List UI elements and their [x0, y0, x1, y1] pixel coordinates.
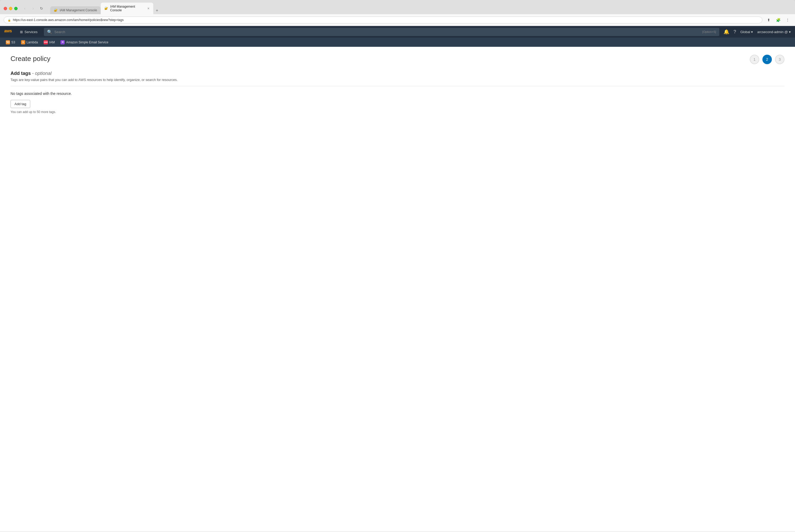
menu-button[interactable]: ⋮: [784, 16, 791, 24]
minimize-window-button[interactable]: [9, 7, 12, 10]
user-dropdown-icon: ▾: [789, 30, 791, 34]
bookmarks-bar: S3 S3 λ Lambda IAM IAM ✉ Amazon Simple E…: [0, 38, 795, 47]
region-label: Global: [740, 30, 750, 34]
tags-section: Add tags - optional Tags are key-value p…: [11, 71, 784, 114]
aws-search-bar[interactable]: 🔍 [Option+S]: [44, 28, 719, 36]
tab-favicon-1: 🔐: [54, 8, 58, 12]
bookmark-s3[interactable]: S3 S3: [4, 39, 17, 45]
traffic-lights: [4, 7, 18, 10]
tab-favicon-2: 🔐: [105, 6, 108, 10]
bell-icon[interactable]: 🔔: [723, 29, 729, 35]
tab-bar: 🔐 IAM Management Console 🔐 IAM Managemen…: [50, 3, 791, 14]
step-1: 1: [750, 55, 759, 64]
bookmark-lambda-label: Lambda: [26, 40, 38, 44]
step-3: 3: [775, 55, 784, 64]
forward-button[interactable]: ›: [30, 5, 37, 12]
address-text: https://us-east-1.console.aws.amazon.com…: [13, 18, 124, 22]
grid-icon: ⊞: [20, 30, 23, 34]
region-dropdown-icon: ▾: [751, 30, 753, 34]
bookmark-iam-label: IAM: [49, 40, 55, 44]
bookmark-s3-label: S3: [11, 40, 15, 44]
region-selector[interactable]: Global ▾: [740, 30, 753, 34]
main-content: 1 2 3 Create policy Add tags - optional …: [0, 47, 795, 531]
aws-navigation: aws ⊞ Services 🔍 [Option+S] 🔔 ? Global ▾…: [0, 26, 795, 38]
bookmark-ses[interactable]: ✉ Amazon Simple Email Service: [58, 39, 110, 45]
lock-icon: 🔒: [7, 19, 11, 22]
step-2: 2: [762, 55, 772, 64]
address-bar[interactable]: 🔒 https://us-east-1.console.aws.amazon.c…: [4, 17, 762, 23]
section-divider: [11, 86, 784, 86]
tags-limit-text: You can add up to 50 more tags.: [11, 110, 784, 114]
help-icon[interactable]: ?: [734, 29, 736, 35]
svg-text:aws: aws: [4, 28, 12, 33]
user-label: arcsecond-admin @: [757, 30, 788, 34]
bookmark-iam[interactable]: IAM IAM: [41, 39, 57, 45]
aws-nav-right: 🔔 ? Global ▾ arcsecond-admin @ ▾: [723, 29, 791, 35]
search-icon: 🔍: [47, 30, 52, 34]
step-indicator: 1 2 3: [750, 55, 784, 64]
new-tab-button[interactable]: +: [153, 7, 160, 14]
aws-logo[interactable]: aws: [4, 28, 13, 35]
close-window-button[interactable]: [4, 7, 7, 10]
section-description: Tags are key-value pairs that you can ad…: [11, 78, 784, 82]
search-shortcut: [Option+S]: [702, 30, 716, 33]
search-input[interactable]: [54, 30, 700, 34]
s3-icon: S3: [6, 40, 10, 44]
back-button[interactable]: ‹: [21, 5, 28, 12]
browser-navigation: ‹ › ↻: [21, 5, 45, 12]
browser-window: ‹ › ↻ 🔐 IAM Management Console 🔐 IAM Man…: [0, 0, 795, 532]
browser-tab-inactive[interactable]: 🔐 IAM Management Console: [50, 6, 101, 14]
tab-close-button[interactable]: ✕: [147, 7, 150, 10]
lambda-icon: λ: [21, 40, 25, 44]
bookmark-lambda[interactable]: λ Lambda: [19, 39, 40, 45]
maximize-window-button[interactable]: [14, 7, 18, 10]
tab-label-1: IAM Management Console: [60, 8, 97, 12]
section-title: Add tags - optional: [11, 71, 784, 76]
toolbar-right: ⬆ 🧩 ⋮: [765, 16, 791, 24]
page-title: Create policy: [11, 55, 784, 63]
no-tags-text: No tags associated with the resource.: [11, 92, 784, 96]
services-label: Services: [24, 30, 38, 34]
browser-toolbar: 🔒 https://us-east-1.console.aws.amazon.c…: [0, 14, 795, 26]
browser-titlebar: ‹ › ↻ 🔐 IAM Management Console 🔐 IAM Man…: [0, 0, 795, 14]
tab-label-2: IAM Management Console: [110, 5, 145, 12]
add-tag-label: Add tag: [15, 102, 26, 106]
optional-label: - optional: [32, 71, 52, 76]
ses-icon: ✉: [60, 40, 65, 44]
bookmark-ses-label: Amazon Simple Email Service: [66, 40, 108, 44]
share-button[interactable]: ⬆: [765, 16, 772, 24]
refresh-button[interactable]: ↻: [38, 5, 45, 12]
services-button[interactable]: ⊞ Services: [18, 28, 40, 36]
browser-tab-active[interactable]: 🔐 IAM Management Console ✕: [101, 3, 153, 14]
add-tag-button[interactable]: Add tag: [11, 100, 30, 108]
user-menu[interactable]: arcsecond-admin @ ▾: [757, 30, 791, 34]
extensions-button[interactable]: 🧩: [775, 16, 782, 24]
iam-icon: IAM: [44, 40, 48, 44]
